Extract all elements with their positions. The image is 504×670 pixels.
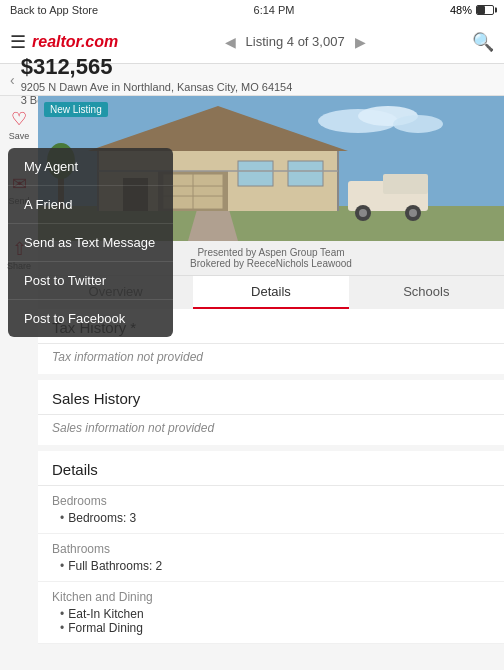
bedrooms-title: Bedrooms (52, 494, 490, 508)
nav-bar-left: ☰ realtor.com (10, 31, 118, 53)
sales-history-content: Sales information not provided (38, 415, 504, 445)
bedrooms-item: Bedrooms: 3 (52, 511, 490, 525)
svg-rect-18 (383, 174, 428, 194)
details-section: Details Bedrooms Bedrooms: 3 Bathrooms F… (38, 451, 504, 644)
sales-history-title: Sales History (52, 390, 140, 407)
hamburger-icon[interactable]: ☰ (10, 31, 26, 53)
listing-counter: Listing 4 of 3,007 (246, 34, 345, 49)
share-dropdown: My Agent A Friend Send as Text Message P… (8, 148, 173, 337)
prev-listing-arrow[interactable]: ◀ (225, 34, 236, 50)
battery-percent: 48% (450, 4, 472, 16)
property-address: 9205 N Dawn Ave in Northland, Kansas Cit… (21, 81, 488, 93)
bedrooms-group: Bedrooms Bedrooms: 3 (38, 486, 504, 534)
property-price: $312,565 (21, 54, 488, 80)
share-text-message[interactable]: Send as Text Message (8, 224, 173, 262)
realtor-logo: realtor.com (32, 33, 118, 51)
save-label: Save (9, 131, 30, 141)
details-header: Details (38, 451, 504, 486)
svg-point-3 (393, 115, 443, 133)
sales-history-section: Sales History Sales information not prov… (38, 380, 504, 445)
kitchen-item-1: Eat-In Kitchen (52, 607, 490, 621)
tax-history-content: Tax information not provided (38, 344, 504, 374)
bathrooms-group: Bathrooms Full Bathrooms: 2 (38, 534, 504, 582)
svg-rect-15 (238, 161, 273, 186)
status-bar-left: Back to App Store (10, 4, 98, 16)
status-bar: Back to App Store 6:14 PM 48% (0, 0, 504, 20)
kitchen-dining-group: Kitchen and Dining Eat-In Kitchen Formal… (38, 582, 504, 644)
tab-details[interactable]: Details (193, 276, 348, 309)
search-icon[interactable]: 🔍 (472, 31, 494, 53)
new-listing-badge: New Listing (44, 102, 108, 117)
bathrooms-title: Bathrooms (52, 542, 490, 556)
share-friend[interactable]: A Friend (8, 186, 173, 224)
share-facebook[interactable]: Post to Facebook (8, 300, 173, 337)
status-bar-right: 48% (450, 4, 494, 16)
nav-bar-center: ◀ Listing 4 of 3,007 ▶ (225, 34, 366, 50)
sales-history-header: Sales History (38, 380, 504, 415)
kitchen-dining-title: Kitchen and Dining (52, 590, 490, 604)
status-bar-time: 6:14 PM (254, 4, 295, 16)
svg-point-22 (409, 209, 417, 217)
heart-icon: ♡ (11, 108, 27, 130)
share-twitter[interactable]: Post to Twitter (8, 262, 173, 300)
save-button[interactable]: ♡ Save (9, 104, 30, 145)
content-area: Tax History * Tax information not provid… (38, 309, 504, 644)
details-title: Details (52, 461, 98, 478)
battery-icon (476, 5, 494, 15)
svg-rect-16 (288, 161, 323, 186)
kitchen-item-2: Formal Dining (52, 621, 490, 635)
bathrooms-item: Full Bathrooms: 2 (52, 559, 490, 573)
share-my-agent[interactable]: My Agent (8, 148, 173, 186)
back-bar: ‹ $312,565 9205 N Dawn Ave in Northland,… (0, 64, 504, 96)
tab-schools[interactable]: Schools (349, 276, 504, 309)
next-listing-arrow[interactable]: ▶ (355, 34, 366, 50)
svg-point-20 (359, 209, 367, 217)
